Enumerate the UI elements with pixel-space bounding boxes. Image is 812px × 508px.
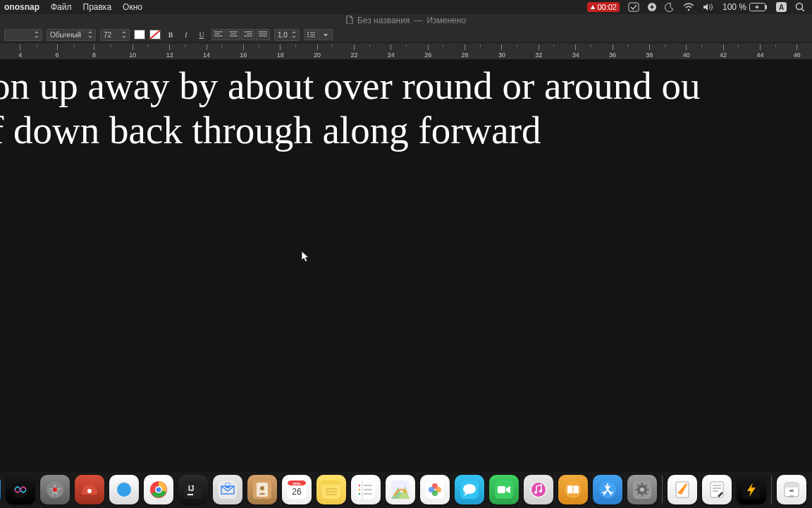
svg-point-89 xyxy=(429,487,434,492)
svg-rect-85 xyxy=(426,480,444,499)
ruler-tick: 6 xyxy=(56,43,59,60)
dock-separator xyxy=(771,476,772,504)
wifi-icon[interactable] xyxy=(683,3,694,11)
dock-siri[interactable] xyxy=(6,475,35,504)
ruler-tick: 14 xyxy=(203,43,210,60)
align-center-button[interactable] xyxy=(226,29,240,40)
font-size-selector[interactable]: 72 xyxy=(100,29,130,41)
svg-marker-13 xyxy=(88,31,92,33)
dock-notes[interactable] xyxy=(316,475,346,504)
ruler-tick: 18 xyxy=(277,43,284,60)
svg-marker-5 xyxy=(703,4,708,11)
svg-rect-125 xyxy=(785,483,799,488)
ruler-tick: 4 xyxy=(18,43,22,60)
document-canvas[interactable]: on up away by about over round or around… xyxy=(0,59,812,471)
svg-point-98 xyxy=(534,491,537,494)
svg-text:ИЮНЬ: ИЮНЬ xyxy=(293,483,301,485)
dock-safari[interactable] xyxy=(109,475,139,504)
title-separator: — xyxy=(414,16,422,25)
font-family-selector[interactable] xyxy=(4,29,42,41)
svg-point-4 xyxy=(688,9,690,11)
italic-button[interactable]: I xyxy=(180,29,192,40)
svg-rect-126 xyxy=(789,490,794,492)
highlight-color-swatch[interactable] xyxy=(149,30,161,40)
text-color-swatch[interactable] xyxy=(134,30,145,40)
dock-finder[interactable] xyxy=(0,475,1,504)
menubar-app-name[interactable]: onosnap xyxy=(4,2,39,12)
dock-photos[interactable] xyxy=(420,475,450,504)
dock-messages[interactable] xyxy=(455,475,484,504)
dock-settings[interactable] xyxy=(627,475,657,504)
ruler-tick: 42 xyxy=(720,43,727,60)
dock-reminders[interactable] xyxy=(351,475,381,504)
dock-mail[interactable] xyxy=(213,475,242,504)
align-justify-button[interactable] xyxy=(256,29,270,40)
align-left-button[interactable] xyxy=(211,29,226,40)
menubar: onosnap Файл Правка Окно 00:02 100 % A xyxy=(0,0,812,14)
menu-window[interactable]: Окно xyxy=(123,2,142,12)
input-source[interactable]: A xyxy=(776,2,787,12)
dock-maps[interactable] xyxy=(386,475,415,504)
document-status: Изменено xyxy=(426,16,466,25)
dock-appstore[interactable] xyxy=(593,475,622,504)
rec-time: 00:02 xyxy=(597,3,617,11)
svg-marker-15 xyxy=(122,31,126,33)
ruler-tick: 30 xyxy=(498,43,505,60)
ruler-tick: 40 xyxy=(683,43,690,60)
svg-marker-30 xyxy=(292,31,296,33)
screen-record-indicator[interactable]: 00:02 xyxy=(587,2,620,12)
ruler-tick: 36 xyxy=(609,43,616,60)
dock-separator xyxy=(662,476,663,504)
moon-icon[interactable] xyxy=(665,2,675,12)
dock-intellij[interactable]: IJ xyxy=(178,475,208,504)
document-title: Без названия xyxy=(357,16,410,25)
align-right-button[interactable] xyxy=(241,29,255,40)
svg-point-77 xyxy=(359,489,361,491)
style-selector[interactable]: Обычный xyxy=(47,29,96,41)
svg-point-47 xyxy=(53,488,57,492)
ruler[interactable]: 4681012141618202224262830323436384042444… xyxy=(0,42,812,61)
dock-ibooks[interactable] xyxy=(558,475,588,504)
battery-status[interactable]: 100 % xyxy=(722,2,768,12)
svg-rect-7 xyxy=(765,5,767,9)
bullet-list-button[interactable] xyxy=(304,29,318,40)
ruler-tick: 8 xyxy=(92,43,96,60)
document-icon xyxy=(346,16,353,26)
dock-archive[interactable]: ZIP xyxy=(777,475,806,504)
line-spacing-selector[interactable]: 1.0 xyxy=(274,29,300,41)
svg-point-36 xyxy=(307,36,309,37)
ruler-tick: 10 xyxy=(129,43,136,60)
svg-point-50 xyxy=(117,483,131,497)
svg-rect-70 xyxy=(322,480,340,485)
menuextra-icon-1[interactable] xyxy=(628,2,639,12)
spotlight-icon[interactable] xyxy=(795,2,805,12)
dock: IJИЮНЬ26ZIP xyxy=(0,471,812,508)
svg-line-10 xyxy=(802,9,805,12)
list-style-dropdown[interactable] xyxy=(319,29,333,40)
svg-marker-39 xyxy=(302,251,309,262)
dock-chrome[interactable] xyxy=(144,475,173,504)
dock-launchpad[interactable] xyxy=(40,475,70,504)
dock-itunes[interactable] xyxy=(524,475,553,504)
spacing-value: 1.0 xyxy=(278,31,289,39)
bolt-icon[interactable] xyxy=(648,2,656,12)
underline-button[interactable]: U xyxy=(196,29,207,40)
svg-line-17 xyxy=(150,30,160,39)
volume-icon[interactable] xyxy=(703,3,714,11)
menu-edit[interactable]: Правка xyxy=(83,2,112,12)
svg-point-55 xyxy=(156,488,161,492)
dock-textedit[interactable] xyxy=(702,475,732,504)
dock-calendar[interactable]: ИЮНЬ26 xyxy=(282,475,312,504)
svg-point-48 xyxy=(87,489,92,493)
dock-facetime[interactable] xyxy=(489,475,519,504)
dock-monosnap[interactable] xyxy=(75,475,104,504)
svg-point-97 xyxy=(531,483,546,497)
svg-marker-16 xyxy=(122,36,126,38)
menu-file[interactable]: Файл xyxy=(51,2,72,12)
dock-contacts[interactable] xyxy=(247,475,277,504)
dock-pages[interactable] xyxy=(668,475,697,504)
text-line-2: f down back through along forward xyxy=(0,108,812,152)
bold-button[interactable]: B xyxy=(165,29,176,40)
ruler-tick: 44 xyxy=(756,43,763,60)
dock-bolt-app[interactable] xyxy=(737,475,766,504)
